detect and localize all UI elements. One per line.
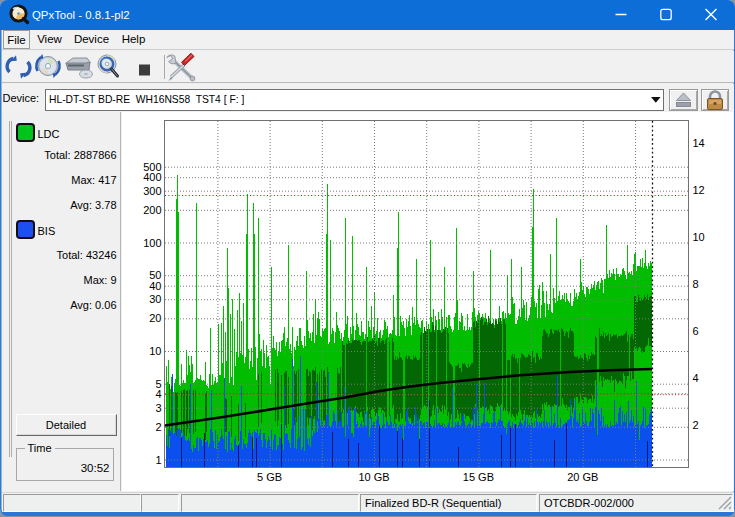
svg-text:2: 2 bbox=[155, 421, 161, 433]
svg-text:12: 12 bbox=[693, 184, 705, 196]
svg-text:8: 8 bbox=[693, 278, 699, 290]
svg-text:300: 300 bbox=[143, 185, 161, 197]
svg-text:4: 4 bbox=[693, 372, 699, 384]
svg-text:10: 10 bbox=[693, 231, 705, 243]
svg-text:400: 400 bbox=[143, 171, 161, 183]
svg-text:20 GB: 20 GB bbox=[567, 471, 598, 483]
svg-text:14: 14 bbox=[693, 137, 705, 149]
svg-text:5: 5 bbox=[155, 378, 161, 390]
svg-text:15 GB: 15 GB bbox=[463, 471, 494, 483]
svg-text:4: 4 bbox=[155, 388, 161, 400]
svg-text:3: 3 bbox=[155, 402, 161, 414]
svg-text:30: 30 bbox=[149, 293, 161, 305]
svg-text:10: 10 bbox=[149, 345, 161, 357]
svg-text:5 GB: 5 GB bbox=[257, 471, 282, 483]
svg-text:2: 2 bbox=[693, 419, 699, 431]
svg-text:500: 500 bbox=[143, 161, 161, 173]
svg-text:50: 50 bbox=[149, 269, 161, 281]
svg-text:10 GB: 10 GB bbox=[358, 471, 389, 483]
svg-text:6: 6 bbox=[693, 325, 699, 337]
svg-text:100: 100 bbox=[143, 237, 161, 249]
svg-text:1: 1 bbox=[155, 454, 161, 466]
svg-text:40: 40 bbox=[149, 280, 161, 292]
svg-text:20: 20 bbox=[149, 312, 161, 324]
svg-text:200: 200 bbox=[143, 204, 161, 216]
